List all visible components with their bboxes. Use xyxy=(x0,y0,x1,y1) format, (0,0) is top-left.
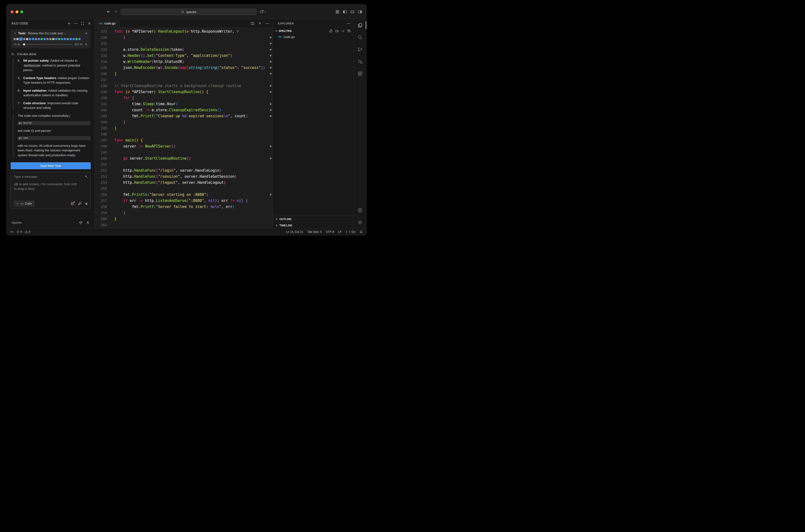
code-line[interactable]: 252 http.HandleFunc("/login", server.Han… xyxy=(95,168,273,174)
profile-icon[interactable] xyxy=(86,221,90,225)
outline-label: OUTLINE xyxy=(279,217,292,221)
encoding[interactable]: UTF-8 xyxy=(326,230,334,233)
code-line[interactable]: 236} xyxy=(95,71,273,77)
code-line[interactable]: 258 fmt.Printf("Server failed to start: … xyxy=(95,204,273,210)
code-line[interactable]: 251 xyxy=(95,162,273,168)
close-panel-icon[interactable] xyxy=(87,21,91,25)
context-block xyxy=(64,38,66,40)
code-line[interactable]: 231 xyxy=(95,41,273,47)
code-line[interactable]: 255 xyxy=(95,186,273,192)
minimize-window-button[interactable] xyxy=(16,11,18,13)
code-line[interactable]: 238// StartCleanupRoutine starts a backg… xyxy=(95,83,273,89)
new-file-icon[interactable] xyxy=(329,29,333,33)
tab-code-go[interactable]: GO code.go xyxy=(95,19,119,27)
more-actions-icon[interactable] xyxy=(74,21,78,25)
forward-icon[interactable] xyxy=(114,10,118,14)
code-line[interactable]: 245} xyxy=(95,125,273,131)
close-window-button[interactable] xyxy=(11,11,14,13)
maximize-window-button[interactable] xyxy=(20,11,23,13)
explorer-more-icon[interactable] xyxy=(347,22,350,25)
new-folder-icon[interactable] xyxy=(335,29,339,33)
line-number: 243 xyxy=(95,113,107,119)
code-line[interactable]: 240 for { xyxy=(95,95,273,101)
code-line[interactable]: 239func (a *APIServer) StartCleanupRouti… xyxy=(95,89,273,95)
split-editor-icon[interactable] xyxy=(250,21,255,25)
back-icon[interactable] xyxy=(107,10,111,14)
task-summary: The code now compiles successfully (go b… xyxy=(13,113,91,158)
code-line[interactable]: 260} xyxy=(95,216,273,222)
attach-icon[interactable] xyxy=(78,202,81,206)
collapse-all-icon[interactable] xyxy=(347,29,351,33)
condense-context-icon[interactable] xyxy=(85,42,88,46)
activity-source-control-icon[interactable] xyxy=(354,43,366,55)
code-line[interactable]: 254 http.HandleFunc("/logout", server.Ha… xyxy=(95,180,273,186)
notifications-bell-icon[interactable] xyxy=(359,230,363,233)
editor-more-actions-icon[interactable] xyxy=(265,21,269,25)
task-card[interactable]: Task: Review this Go code and ... 16.4k … xyxy=(11,29,91,49)
cursor-position[interactable]: Ln 14, Col 21 xyxy=(286,230,303,233)
enhance-prompt-icon[interactable] xyxy=(84,175,88,179)
account-icon[interactable] xyxy=(354,204,366,216)
modified-line-mark xyxy=(270,115,272,117)
code-line[interactable]: 253 http.HandleFunc("/session", server.H… xyxy=(95,174,273,180)
refresh-icon[interactable] xyxy=(341,29,345,33)
code-line[interactable]: 233 w.Header().Set("Content-Type", "appl… xyxy=(95,53,273,59)
code-line[interactable]: 247func main() { xyxy=(95,137,273,144)
code-line[interactable]: 234 w.WriteHeader(http.StatusOK) xyxy=(95,59,273,65)
command-center-search[interactable]: spectre xyxy=(121,8,257,15)
tab-size[interactable]: Tab Size: 4 xyxy=(307,230,322,233)
close-editor-icon[interactable] xyxy=(258,21,262,25)
start-new-task-button[interactable]: Start New Task xyxy=(11,162,91,169)
code-line[interactable]: 261 xyxy=(95,222,273,228)
todos-summary-row[interactable]: 3 to-dos done xyxy=(11,52,91,56)
section-outline[interactable]: OUTLINE xyxy=(273,216,354,222)
library-icon[interactable] xyxy=(71,202,75,206)
code-line[interactable]: 223func (a *APIServer) HandleLogout(w ht… xyxy=(95,28,273,35)
code-line[interactable]: 259 } xyxy=(95,210,273,216)
section-timeline[interactable]: TIMELINE xyxy=(273,222,354,228)
message-input[interactable]: Type a message... (@ to add context, / f… xyxy=(11,172,91,209)
activity-extensions-icon[interactable] xyxy=(354,68,366,79)
code-line[interactable]: 235 json.NewEncoder(w).Encode(map[string… xyxy=(95,65,273,71)
file-code-go[interactable]: GO code.go xyxy=(273,34,354,40)
language-mode[interactable]: { } Go xyxy=(346,230,355,233)
layout-grid-icon[interactable] xyxy=(336,10,339,14)
activity-explorer-icon[interactable] xyxy=(354,19,366,31)
expand-panel-icon[interactable] xyxy=(80,21,85,25)
new-task-icon[interactable] xyxy=(67,21,71,25)
code-line[interactable]: 237 xyxy=(95,77,273,83)
code-line[interactable]: 256 fmt.Println("Server starting on :808… xyxy=(95,192,273,198)
remote-icon[interactable] xyxy=(10,230,14,233)
toggle-panel-icon[interactable] xyxy=(351,10,354,14)
code-line[interactable]: 246 xyxy=(95,131,273,137)
new-window-dropdown[interactable] xyxy=(260,10,266,14)
code-line[interactable]: 243 fmt.Printf("Cleaned up %d expired se… xyxy=(95,113,273,119)
auto-approve-scale-icon[interactable] xyxy=(79,221,83,225)
send-icon[interactable] xyxy=(85,202,88,206)
mode-selector[interactable]: Code xyxy=(14,201,34,207)
code-line[interactable]: 249 xyxy=(95,149,273,155)
activity-search-icon[interactable] xyxy=(354,31,366,43)
warning-icon xyxy=(25,230,28,233)
code-line[interactable]: 241 time.Sleep(time.Hour) xyxy=(95,101,273,107)
context-slider[interactable] xyxy=(22,44,73,45)
slider-knob[interactable] xyxy=(23,43,25,45)
code-line[interactable]: 230 } xyxy=(95,35,273,41)
eol-indicator[interactable]: LF xyxy=(338,230,341,233)
close-task-icon[interactable] xyxy=(85,32,88,35)
code-line[interactable]: 232 a.store.DeleteSession(token) xyxy=(95,47,273,53)
code-line[interactable]: 248 server := NewAPIServer() xyxy=(95,144,273,149)
section-spectre[interactable]: SPECTRE xyxy=(273,28,354,34)
toggle-sidebar-right-icon[interactable] xyxy=(358,10,362,14)
chevron-right-icon[interactable] xyxy=(14,32,16,35)
code-line[interactable]: 242 count := a.store.CleanupExpiredSessi… xyxy=(95,107,273,113)
code-line[interactable]: 257 if err := http.ListenAndServe(":8080… xyxy=(95,198,273,204)
overview-ruler[interactable] xyxy=(269,28,273,228)
code-line[interactable]: 244 } xyxy=(95,119,273,125)
activity-run-debug-icon[interactable] xyxy=(354,55,366,68)
toggle-sidebar-left-icon[interactable] xyxy=(343,10,347,14)
code-editor[interactable]: 223func (a *APIServer) HandleLogout(w ht… xyxy=(95,28,273,228)
code-line[interactable]: 250 go server.StartCleanupRoutine() xyxy=(95,155,273,162)
problems-indicator[interactable]: 0 0 xyxy=(16,230,30,233)
settings-gear-icon[interactable] xyxy=(354,216,366,228)
